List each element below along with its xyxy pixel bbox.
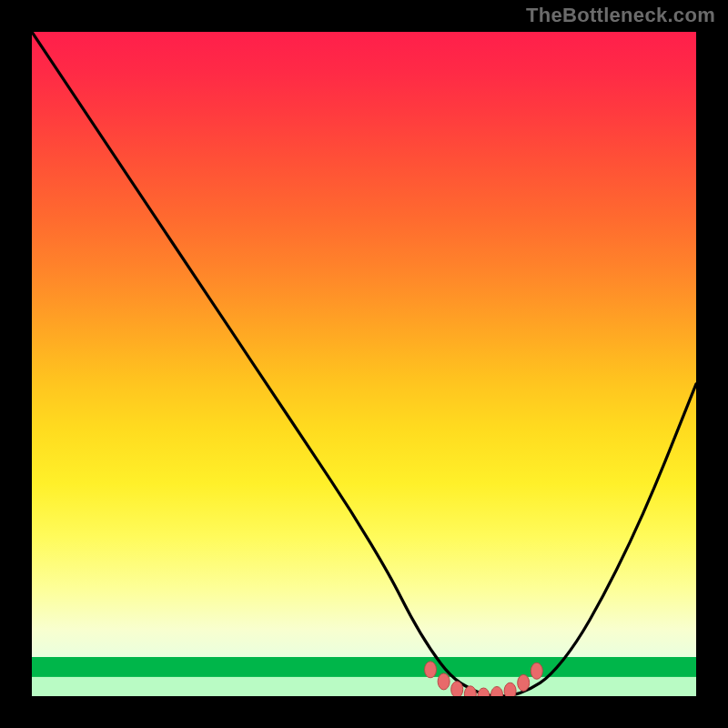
watermark-text: TheBottleneck.com — [526, 4, 715, 27]
optimal-marker — [504, 682, 516, 696]
optimal-marker — [518, 674, 530, 691]
plot-area — [32, 32, 696, 696]
optimal-marker — [531, 662, 542, 679]
bottleneck-curve — [32, 32, 696, 696]
chart-frame: TheBottleneck.com — [0, 0, 728, 728]
optimal-marker — [491, 687, 503, 697]
curve-layer — [32, 32, 696, 696]
optimal-marker — [425, 662, 437, 678]
optimal-marker — [478, 688, 490, 696]
optimal-marker — [451, 682, 463, 696]
optimal-marker — [438, 673, 450, 690]
